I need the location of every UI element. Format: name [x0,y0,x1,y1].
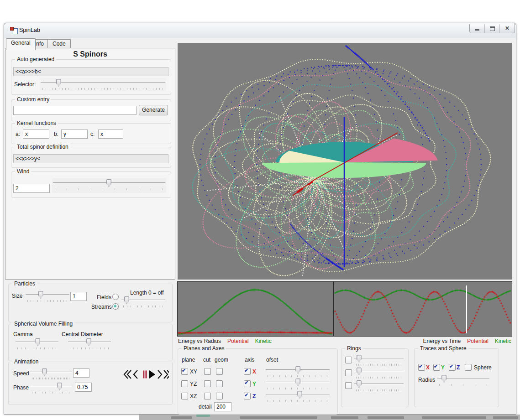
fields-radio[interactable] [112,294,119,300]
desktop-strip [139,415,520,420]
group-rings-label: Rings [345,345,363,352]
wind-input[interactable]: 2 [13,184,50,193]
slider-groove[interactable] [26,294,69,295]
slider-groove[interactable] [30,386,72,387]
slider-thumb[interactable] [357,380,362,388]
slider-thumb[interactable] [38,291,43,299]
slider-thumb[interactable] [295,366,300,374]
ring-3-checkbox[interactable] [345,382,352,389]
gamma-slider[interactable] [15,337,59,349]
trace-y-checkbox[interactable] [433,364,440,371]
slider-thumb[interactable] [357,368,362,375]
step-back-icon[interactable] [134,370,137,379]
slider-thumb[interactable] [86,338,91,346]
trace-z-checkbox[interactable] [449,364,456,371]
ring-2-slider[interactable] [353,367,404,379]
minimize-button[interactable] [470,24,485,33]
slider-thumb[interactable] [42,368,47,376]
slider-thumb[interactable] [56,79,61,87]
step-last-icon[interactable] [164,370,168,379]
maximize-button[interactable] [485,24,500,33]
central-diameter-slider[interactable] [67,337,112,349]
plane-yz-checkbox[interactable] [181,380,188,387]
slider-groove[interactable] [354,384,404,384]
pause-icon[interactable] [143,371,144,379]
selector-slider[interactable] [40,78,166,91]
slider-thumb[interactable] [357,355,362,363]
geom-xz-checkbox[interactable] [216,393,223,399]
total-spinor-value[interactable]: <<x>>>y< [13,154,168,163]
title-bar[interactable]: SpinLab ✕ [4,23,516,38]
cut-xz-checkbox[interactable] [204,393,211,399]
slider-tick [315,400,315,402]
ring-3-slider[interactable] [353,379,404,391]
radius-slider[interactable] [436,374,490,386]
wind-slider[interactable] [52,178,166,193]
slider-groove[interactable] [354,358,404,359]
play-icon[interactable] [149,370,155,379]
auto-generated-value[interactable]: <<a>>>b< [13,67,168,76]
kernel-b-input[interactable]: y [61,130,88,139]
slider-tick [401,377,401,379]
axis-x-checkbox[interactable] [244,368,251,375]
slider-groove[interactable] [30,372,72,373]
kernel-a-input[interactable]: x [23,130,49,139]
ofset-z-slider[interactable] [265,390,331,402]
step-first-icon2[interactable] [127,370,131,379]
size-slider[interactable] [25,290,70,302]
phase-slider[interactable] [29,382,73,394]
slider-tick [361,364,361,366]
slider-thumb[interactable] [35,338,40,346]
ring-2-checkbox[interactable] [345,369,352,376]
slider-groove[interactable] [354,371,404,372]
group-kernel-functions: Kernel functions a: x b: y c: x [11,123,171,144]
cut-yz-checkbox[interactable] [204,380,211,387]
axis-z-checkbox[interactable] [244,393,251,399]
step-forward-icon[interactable] [158,370,162,379]
slider-tick [327,388,327,389]
slider-thumb[interactable] [295,379,300,386]
ring-1-slider[interactable] [353,354,404,366]
app-window: SpinLab ✕ General Info Code S Spinors Au… [4,23,516,415]
geom-xy-checkbox[interactable] [216,368,223,375]
slider-thumb[interactable] [57,383,62,390]
tab-general[interactable]: General [6,38,36,50]
speed-slider[interactable] [29,368,73,379]
slider-thumb[interactable] [441,375,446,383]
close-button[interactable]: ✕ [500,24,515,33]
slider-tick [356,364,357,366]
slider-thumb[interactable] [106,179,111,187]
spinlab-app-icon [10,27,17,34]
streams-radio[interactable] [112,303,119,310]
plane-xy-checkbox[interactable] [181,368,188,375]
generate-button[interactable]: Generate [139,105,168,115]
ofset-x-slider[interactable] [265,365,331,377]
slider-tick [439,384,440,386]
slider-tick [133,88,134,90]
plane-xz-checkbox[interactable] [181,393,188,399]
slider-thumb[interactable] [124,296,129,304]
size-value-input[interactable]: 1 [70,292,87,301]
speed-value-input[interactable]: 4 [73,368,89,378]
slider-tick [42,378,43,379]
slider-tick [150,88,150,90]
axis-y-checkbox[interactable] [244,380,251,387]
sphere-checkbox[interactable] [465,364,472,371]
slider-tick [60,378,61,379]
custom-entry-input[interactable] [13,106,137,115]
ofset-y-slider[interactable] [265,378,331,389]
geom-yz-checkbox[interactable] [216,380,223,387]
trace-x-checkbox[interactable] [418,364,425,371]
slider-tick [370,377,371,379]
col-ofset: ofset [266,357,278,363]
slider-tick [382,377,383,379]
ring-1-checkbox[interactable] [345,357,352,363]
detail-input[interactable]: 200 [214,402,231,411]
cut-xy-checkbox[interactable] [204,368,211,375]
slider-tick [78,88,79,90]
slider-thumb[interactable] [297,391,302,399]
spinor-3d-viewport[interactable] [178,43,512,280]
length-slider[interactable] [121,296,166,307]
phase-value-input[interactable]: 0.75 [75,383,92,392]
kernel-c-input[interactable]: x [98,130,123,139]
